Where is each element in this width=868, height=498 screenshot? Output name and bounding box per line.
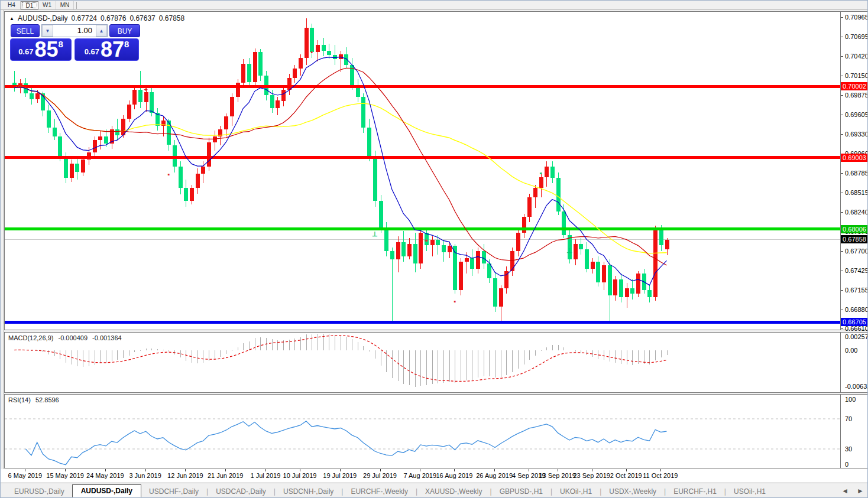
tab-audusd-daily[interactable]: AUDUSD-,Daily — [72, 484, 141, 497]
timeframe-button-w1[interactable]: W1 — [38, 1, 56, 9]
date-tick — [494, 469, 495, 471]
date-tick — [340, 469, 341, 471]
axis-tick — [841, 134, 843, 135]
price-axis-label: 0.66610 — [845, 325, 868, 332]
svg-text:▪: ▪ — [540, 170, 542, 177]
ohlc-close: 0.67858 — [159, 14, 184, 22]
tab-scroll-left-icon[interactable]: ◄ — [841, 487, 848, 495]
macd-pane[interactable]: MACD(12,26,9) -0.000409 -0.001364 — [4, 332, 841, 393]
date-axis-label: 7 Aug 2019 — [403, 472, 436, 479]
macd-main-value: -0.000409 — [58, 334, 88, 341]
price-axis-label: 0.69330 — [845, 131, 868, 138]
price-axis-label: 0.70695 — [845, 33, 868, 40]
tab-eurchf-weekly[interactable]: EURCHF-,Weekly — [343, 486, 415, 497]
volume-increase-button[interactable]: ▲ — [96, 25, 107, 37]
price-axis-label: 0.67155 — [845, 287, 868, 294]
axis-tick — [841, 310, 843, 310]
tab-xauusd-weekly[interactable]: XAUUSD-,Weekly — [417, 486, 490, 497]
date-axis-label: 1 Jul 2019 — [251, 472, 281, 479]
axis-tick — [841, 212, 843, 213]
date-axis-label: 21 Jun 2019 — [208, 472, 244, 479]
rsi-axis[interactable]: 10070300 — [841, 394, 868, 468]
sell-price-tile[interactable]: 0.67 85 8 — [10, 38, 72, 61]
collapse-triangle-icon[interactable]: ▲ — [9, 16, 14, 21]
sell-price-big: 85 — [34, 41, 58, 58]
price-level-badge: 0.69003 — [841, 154, 868, 162]
axis-tick — [841, 173, 843, 174]
date-tick — [300, 469, 300, 471]
svg-text:⊥: ⊥ — [372, 230, 378, 237]
date-axis-label: 23 Sep 2019 — [573, 472, 610, 479]
sell-button[interactable]: SELL — [11, 24, 40, 37]
rsi-axis-label: 0 — [845, 461, 848, 468]
timeframe-button-mn[interactable]: MN — [56, 1, 74, 9]
date-axis[interactable]: 6 May 201915 May 201924 May 20193 Jun 20… — [1, 469, 868, 483]
date-axis-label: 26 Aug 2019 — [476, 472, 513, 479]
rsi-value: 52.8596 — [35, 396, 59, 403]
trading-terminal-window: H4D1W1MN +▪▪⊥+▪▪⊥ ▲ AUDUSD-,Daily 0.6772… — [0, 0, 868, 498]
rsi-axis-label: 100 — [845, 396, 856, 403]
macd-canvas[interactable] — [5, 333, 840, 392]
timeframe-button-d1[interactable]: D1 — [21, 1, 38, 9]
buy-price-tile[interactable]: 0.67 87 8 — [75, 38, 139, 61]
symbol-name: AUDUSD-,Daily — [18, 14, 68, 22]
volume-decrease-button[interactable]: ▼ — [42, 25, 53, 37]
price-axis-label: 0.70150 — [845, 72, 868, 79]
price-axis-label: 0.67425 — [845, 267, 868, 274]
timeframe-toolbar: H4D1W1MN — [1, 1, 868, 10]
price-axis-label: 0.68515 — [845, 189, 868, 196]
tab-eurusd-daily[interactable]: EURUSD-,Daily — [7, 486, 72, 497]
price-level-badge: 0.67858 — [841, 235, 868, 243]
date-tick — [25, 469, 25, 471]
rsi-pane[interactable]: RSI(14) 52.8596 — [4, 394, 841, 468]
rsi-canvas[interactable] — [5, 395, 840, 468]
price-axis-label: 0.68785 — [845, 170, 868, 177]
axis-tick — [841, 95, 843, 96]
price-axis[interactable]: 0.709650.706950.704200.701500.698750.696… — [841, 11, 868, 330]
axis-tick — [841, 115, 843, 115]
macd-histogram — [15, 334, 668, 387]
price-axis-label: 0.67700 — [845, 248, 868, 255]
axis-tick — [841, 251, 843, 252]
toolbar-divider — [76, 2, 77, 9]
date-tick — [529, 469, 529, 471]
date-axis-label: 29 Jul 2019 — [363, 472, 397, 479]
date-tick — [65, 469, 66, 471]
tab-ukoil-h1[interactable]: UKOil-,H1 — [552, 486, 600, 497]
price-pane[interactable]: +▪▪⊥+▪▪⊥ ▲ AUDUSD-,Daily 0.67724 0.67876… — [4, 11, 841, 330]
macd-label: MACD(12,26,9) -0.000409 -0.001364 — [8, 334, 122, 341]
axis-tick — [841, 37, 843, 37]
volume-input[interactable]: 1.00 — [53, 25, 96, 37]
macd-axis[interactable]: 0.0025740.00-0.006326 — [841, 332, 868, 393]
axis-tick — [841, 328, 843, 329]
tab-usdx-weekly[interactable]: USDX-,Weekly — [601, 486, 664, 497]
tab-gbpusd-h1[interactable]: GBPUSD-,H1 — [492, 486, 550, 497]
buy-button[interactable]: BUY — [109, 24, 140, 37]
buy-price-pip: 8 — [124, 39, 129, 49]
symbol-info: ▲ AUDUSD-,Daily 0.67724 0.67876 0.67637 … — [9, 14, 184, 22]
tab-eurchf-h1[interactable]: EURCHF-,H1 — [666, 486, 724, 497]
date-tick — [626, 469, 627, 471]
axis-tick — [841, 17, 843, 18]
tab-scroll-controls: ◄► — [841, 487, 864, 495]
sell-price-prefix: 0.67 — [18, 47, 33, 56]
tab-usdcad-daily[interactable]: USDCAD-,Daily — [208, 486, 274, 497]
tab-usdchf-daily[interactable]: USDCHF-,Daily — [141, 486, 206, 497]
date-tick — [265, 469, 266, 471]
ohlc-open: 0.67724 — [72, 14, 97, 22]
tab-usoil-h1[interactable]: USOil-,H1 — [726, 486, 773, 497]
axis-tick — [841, 271, 843, 271]
timeframe-button-h4[interactable]: H4 — [3, 1, 21, 9]
tab-usdcnh-daily[interactable]: USDCNH-,Daily — [276, 486, 341, 497]
axis-tick — [841, 76, 843, 76]
chart-tab-bar: EURUSD-,DailyAUDUSD-,DailyUSDCHF-,Daily|… — [1, 484, 868, 498]
svg-text:⊥: ⊥ — [566, 247, 572, 254]
date-tick — [225, 469, 226, 471]
date-axis-label: 2 Oct 2019 — [610, 472, 642, 479]
horizontal-lines — [5, 86, 840, 322]
price-axis-label: 0.70965 — [845, 14, 868, 21]
date-axis-label: 10 Jul 2019 — [283, 472, 317, 479]
tab-scroll-right-icon[interactable]: ► — [857, 487, 864, 495]
candles — [12, 18, 669, 322]
svg-text:+: + — [425, 237, 428, 244]
